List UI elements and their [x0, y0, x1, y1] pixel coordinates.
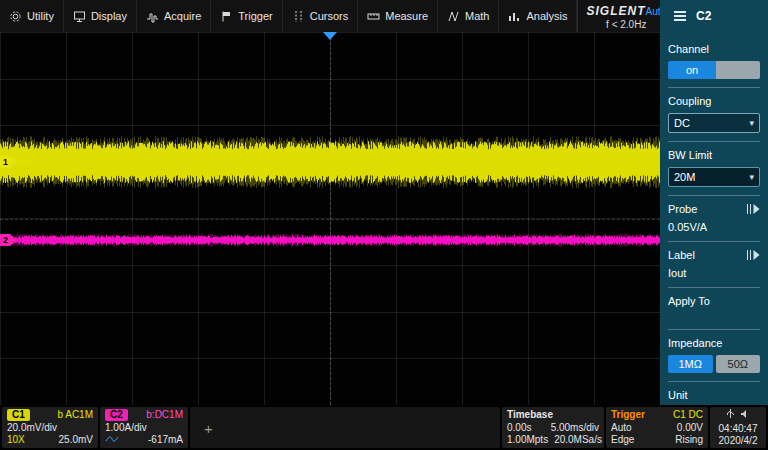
impedance-toggle: 1MΩ 50Ω — [668, 355, 760, 373]
probe-expand-icon[interactable] — [746, 204, 760, 214]
waveform-display: 1 Vout 2 — [0, 32, 660, 405]
channel2-status-panel[interactable]: C2 b:DC1M 1.00A/div -617mA — [100, 407, 188, 448]
separator — [668, 329, 760, 330]
clock-time: 04:40:47 — [715, 423, 761, 434]
channel-dialog-header[interactable]: C2 — [660, 0, 768, 32]
timebase-scale: 5.00ms/div — [551, 422, 599, 434]
menu-item-label: Math — [465, 10, 489, 22]
menu-item-display[interactable]: Display — [64, 0, 137, 32]
display-icon — [73, 10, 86, 23]
cursors-icon — [292, 10, 305, 23]
coupling-dropdown[interactable]: DC ▾ — [668, 113, 760, 133]
gear-icon — [9, 10, 22, 23]
channel1-scale: 20.0mV/div — [7, 422, 57, 434]
usb-icon — [726, 409, 735, 421]
flag-icon — [220, 10, 233, 23]
chart-icon — [508, 10, 521, 23]
channel-settings-panel: Channel on Coupling DC ▾ BW Limit 20M ▾ … — [660, 32, 768, 450]
timebase-panel[interactable]: Timebase 0.00s 5.00ms/div 1.00Mpts 20.0M… — [502, 407, 604, 448]
bw-limit-value: 20M — [674, 171, 695, 183]
channel-on-off-toggle[interactable]: on — [668, 61, 760, 79]
channel-on-button[interactable]: on — [668, 61, 716, 79]
menu-item-label: Display — [91, 10, 127, 22]
channel2-badge: C2 — [105, 409, 128, 421]
probe-value: 0.05V/A — [668, 221, 760, 233]
acquire-icon — [146, 10, 159, 23]
separator — [668, 287, 760, 288]
math-icon — [447, 10, 460, 23]
channel1-coupling: b AC1M — [57, 409, 93, 421]
trigger-mode: Auto — [611, 422, 632, 434]
apply-to-menu-item[interactable]: Apply To — [668, 295, 760, 307]
label-expand-icon[interactable] — [746, 250, 760, 260]
speaker-icon — [740, 409, 750, 421]
channel1-level-marker[interactable]: 1 Vout — [0, 156, 32, 168]
channel1-status-panel[interactable]: C1 b AC1M 20.0mV/div 10X 25.0mV — [2, 407, 98, 448]
trigger-title: Trigger — [611, 409, 645, 421]
trigger-position-marker[interactable] — [323, 32, 337, 40]
channel1-badge: C1 — [7, 409, 30, 421]
separator — [668, 241, 760, 242]
timebase-title: Timebase — [507, 409, 553, 421]
bw-limit-section-label: BW Limit — [668, 149, 760, 161]
menu-item-label: Utility — [27, 10, 54, 22]
add-crosshair-icon: + — [204, 419, 213, 436]
impedance-50-button[interactable]: 50Ω — [716, 355, 761, 373]
sample-rate: 20.0MSa/s — [554, 434, 602, 446]
label-value: Iout — [668, 267, 760, 279]
impedance-section-label: Impedance — [668, 337, 760, 349]
trigger-slope: Rising — [675, 434, 703, 446]
separator — [668, 87, 760, 88]
channel1-flag[interactable]: 1 — [0, 156, 10, 168]
menu-item-label: Measure — [385, 10, 428, 22]
ruler-icon — [367, 10, 380, 23]
menu-item-label: Analysis — [526, 10, 567, 22]
menu-item-label: Acquire — [164, 10, 201, 22]
clock-panel[interactable]: 04:40:47 2020/4/2 — [710, 407, 766, 448]
channel-off-button[interactable] — [716, 61, 760, 79]
status-bar: C1 b AC1M 20.0mV/div 10X 25.0mV C2 b:DC1… — [0, 405, 768, 450]
clock-date: 2020/4/2 — [715, 435, 761, 446]
impedance-1m-button[interactable]: 1MΩ — [668, 355, 713, 373]
label-section-label: Label — [668, 249, 695, 261]
separator — [668, 381, 760, 382]
channel2-scale: 1.00A/div — [105, 422, 147, 434]
channel1-label-text: Vout — [14, 157, 32, 167]
menu-item-cursors[interactable]: Cursors — [283, 0, 359, 32]
channel2-coupling: b:DC1M — [146, 409, 183, 421]
channel2-level-marker[interactable]: 2 — [0, 234, 10, 246]
menu-item-trigger[interactable]: Trigger — [211, 0, 282, 32]
separator — [668, 195, 760, 196]
separator — [668, 141, 760, 142]
chevron-down-icon: ▾ — [749, 118, 754, 128]
channel-section-label: Channel — [668, 43, 760, 55]
trigger-type: Edge — [611, 434, 634, 446]
waveform-canvas — [0, 32, 660, 405]
empty-channel-slot[interactable]: + — [190, 407, 500, 448]
channel2-offset: -617mA — [148, 434, 183, 446]
menu-item-acquire[interactable]: Acquire — [137, 0, 211, 32]
channel1-offset: 25.0mV — [59, 434, 93, 446]
chevron-down-icon: ▾ — [749, 172, 754, 182]
dialog-title: C2 — [696, 9, 711, 23]
unit-section-label: Unit — [668, 389, 760, 401]
trigger-source: C1 DC — [673, 409, 703, 421]
trigger-level: 0.00V — [677, 422, 703, 434]
coupling-section-label: Coupling — [668, 95, 760, 107]
menu-item-math[interactable]: Math — [438, 0, 499, 32]
main-menu: Utility Display Acquire Trigger — [0, 0, 577, 32]
siglent-logo: SIGLENT — [586, 4, 645, 18]
channel1-attenuation: 10X — [7, 434, 25, 446]
timebase-delay: 0.00s — [507, 422, 531, 434]
menu-item-utility[interactable]: Utility — [0, 0, 64, 32]
trigger-frequency-readout: f < 2.0Hz — [586, 19, 666, 30]
bw-limit-dropdown[interactable]: 20M ▾ — [668, 167, 760, 187]
channel2-flag[interactable]: 2 — [0, 234, 10, 246]
trigger-panel[interactable]: Trigger C1 DC Auto 0.00V Edge Rising — [606, 407, 708, 448]
probe-section-label: Probe — [668, 203, 697, 215]
menu-grid-icon[interactable] — [674, 11, 686, 21]
waveform-curve-icon — [105, 434, 119, 446]
menu-item-measure[interactable]: Measure — [358, 0, 438, 32]
menu-item-analysis[interactable]: Analysis — [499, 0, 577, 32]
memory-depth: 1.00Mpts — [507, 434, 548, 446]
